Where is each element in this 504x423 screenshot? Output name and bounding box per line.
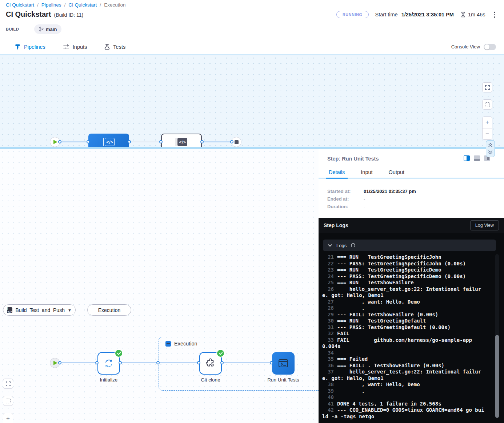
log-scrollbar-thumb[interactable] — [495, 335, 499, 418]
zoom-out-button[interactable]: − — [483, 129, 492, 140]
fullscreen-button[interactable] — [3, 379, 13, 389]
port — [230, 140, 233, 143]
detail-row-started: Started at: 01/25/2021 03:35:37 pm — [327, 189, 416, 194]
log-line-number: 21 — [322, 254, 334, 261]
detail-value: - — [364, 196, 365, 202]
logs-group-toggle[interactable]: Logs — [323, 240, 496, 251]
log-line: 36=== FAIL: . TestShowFailure (0.00s) — [322, 363, 487, 369]
log-line: 21=== RUN TestGreetingSpecificJohn — [322, 254, 487, 261]
chevron-down-icon — [328, 244, 332, 247]
elapsed-value: 1m 46s — [468, 12, 485, 17]
pipeline-canvas[interactable]: Build_Test_and_Pus Run_Integration_Tes +… — [0, 55, 504, 147]
log-output[interactable]: 21=== RUN TestGreetingSpecificJohn 22---… — [319, 254, 487, 420]
select-mode-button[interactable] — [3, 396, 13, 406]
log-line-number: 36 — [322, 363, 334, 369]
log-line: 26 hello_server_test.go:22: Intentional … — [322, 286, 487, 299]
breadcrumb-link-pipelines[interactable]: Pipelines — [41, 2, 61, 8]
zoom-in-button[interactable]: + — [3, 413, 13, 423]
log-line: 32FAIL — [322, 331, 487, 337]
log-line: 35=== Failed — [322, 356, 487, 363]
build-label: BUILD — [6, 27, 34, 31]
log-line: 41DONE 4 tests, 1 failure in 26.568s — [322, 401, 487, 407]
port — [58, 361, 61, 364]
detail-label: Ended at: — [327, 196, 364, 202]
step-label: Git clone — [189, 377, 232, 383]
tab-tests-label: Tests — [113, 44, 125, 50]
stage-node-run-integration-tests[interactable] — [161, 134, 202, 147]
inputs-icon — [63, 44, 69, 50]
port — [270, 361, 273, 364]
log-line: 27 , want: Hello, Demo — [322, 299, 487, 305]
branch-name: main — [46, 27, 57, 32]
log-line: 25=== RUN TestShowFailure — [322, 280, 487, 286]
breadcrumb-current: Execution — [104, 2, 125, 8]
ci-codebase-icon — [176, 138, 188, 146]
edge — [120, 363, 199, 363]
log-line-number: 26 — [322, 286, 334, 293]
log-line-text: FAIL — [337, 331, 349, 336]
layout-bottom-icon[interactable] — [474, 155, 480, 161]
panel-resize-control[interactable] — [486, 140, 495, 157]
layout-split-right-icon[interactable] — [464, 155, 470, 161]
start-time: Start time 1/25/2021 3:35:01 PM — [375, 12, 454, 17]
marquee-icon — [485, 102, 490, 107]
log-line-text: === Failed — [337, 356, 368, 362]
loading-spinner-icon — [351, 243, 355, 248]
breadcrumb-link-project[interactable]: CI Quickstart — [6, 2, 34, 8]
tab-details[interactable]: Details — [329, 169, 345, 178]
step-node-run-unit-tests[interactable] — [272, 352, 295, 375]
log-line-number: 23 — [322, 267, 334, 273]
breadcrumb-link-pipeline[interactable]: CI Quickstart — [68, 2, 97, 8]
stage-selector-dropdown[interactable]: Build_Test_and_Push ▼ — [3, 304, 76, 316]
breadcrumb: CI Quickstart / Pipelines / CI Quickstar… — [6, 2, 125, 8]
branch-tag[interactable]: main — [34, 24, 61, 34]
execution-group-title: Execution — [174, 341, 197, 347]
log-line-number: 38 — [322, 382, 334, 388]
log-line: 38 , want: Hello, Demo — [322, 382, 487, 388]
play-icon — [53, 361, 57, 365]
log-line-text: , want: Hello, Demo — [337, 299, 420, 305]
start-time-value: 1/25/2021 3:35:01 PM — [401, 12, 454, 17]
divider — [77, 23, 77, 36]
tab-pipelines[interactable]: Pipelines — [6, 38, 54, 55]
detail-value: 01/25/2021 03:35:37 pm — [364, 189, 416, 194]
play-icon — [53, 140, 57, 144]
port — [159, 140, 163, 143]
more-options-button[interactable] — [492, 10, 498, 19]
hourglass-icon — [460, 12, 466, 17]
harness-execution-page: CI Quickstart / Pipelines / CI Quickstar… — [0, 0, 504, 423]
tab-tests[interactable]: Tests — [96, 38, 134, 55]
execution-tabbar: Pipelines Inputs Tests Console View — [0, 38, 504, 55]
git-branch-icon — [39, 27, 44, 32]
console-view-toggle[interactable] — [484, 44, 496, 50]
log-line-text: --- PASS: TestGreetingSpecificDemo (0.00… — [337, 273, 466, 279]
log-line: 24--- PASS: TestGreetingSpecificDemo (0.… — [322, 273, 487, 280]
terminal-icon — [277, 357, 289, 369]
select-mode-button[interactable] — [482, 99, 492, 110]
collapse-group-icon[interactable] — [165, 341, 171, 347]
stage-node-build-test-and-push[interactable] — [88, 134, 129, 147]
stage-canvas[interactable]: Build_Test_and_Push ▼ Execution Executio… — [0, 149, 319, 423]
tab-pipelines-label: Pipelines — [24, 44, 45, 50]
step-node-git-clone[interactable] — [199, 352, 222, 375]
log-line-number: 40 — [322, 394, 334, 401]
tab-output[interactable]: Output — [389, 169, 405, 178]
fullscreen-button[interactable] — [482, 82, 492, 92]
detail-row-duration: Duration: - — [327, 204, 365, 209]
port — [220, 361, 224, 364]
execution-view-label: Execution — [98, 307, 120, 313]
log-view-button[interactable]: Log View — [470, 220, 499, 230]
step-node-initialize[interactable] — [97, 352, 120, 375]
breadcrumb-separator: / — [100, 2, 101, 8]
tab-inputs[interactable]: Inputs — [54, 38, 96, 55]
zoom-in-button[interactable]: + — [483, 117, 492, 129]
log-line: 39 . — [322, 388, 487, 395]
step-logs-section: Step Logs Log View Logs 21=== RUN TestGr… — [319, 218, 504, 423]
port — [156, 361, 160, 364]
log-line-number: 42 — [322, 407, 334, 414]
log-line-number: 30 — [322, 318, 334, 324]
port — [200, 140, 204, 143]
log-line-text: --- PASS: TestGreetingDefault (0.00s) — [337, 324, 451, 330]
execution-view-button[interactable]: Execution — [87, 304, 131, 316]
tab-input[interactable]: Input — [361, 169, 372, 178]
